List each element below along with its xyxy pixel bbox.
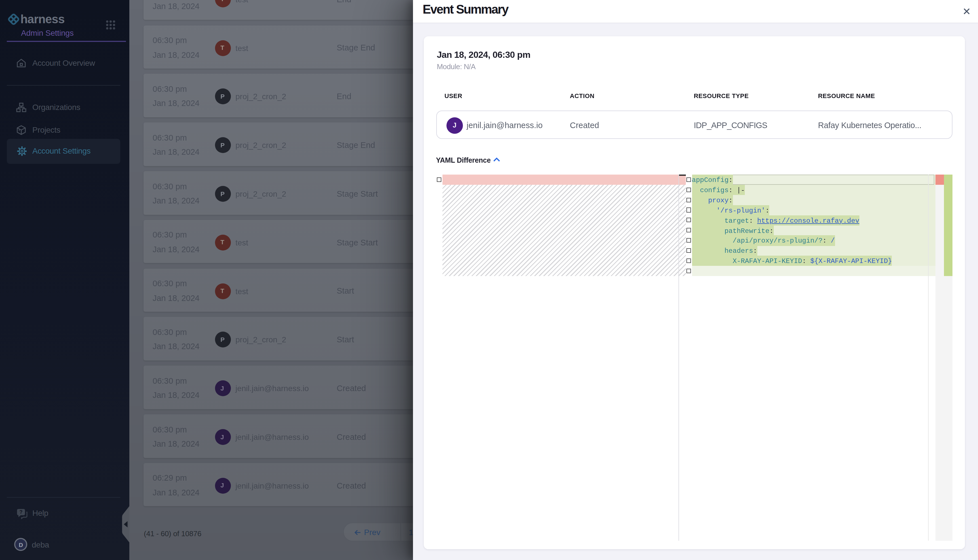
svg-text:?: ?	[20, 509, 23, 515]
